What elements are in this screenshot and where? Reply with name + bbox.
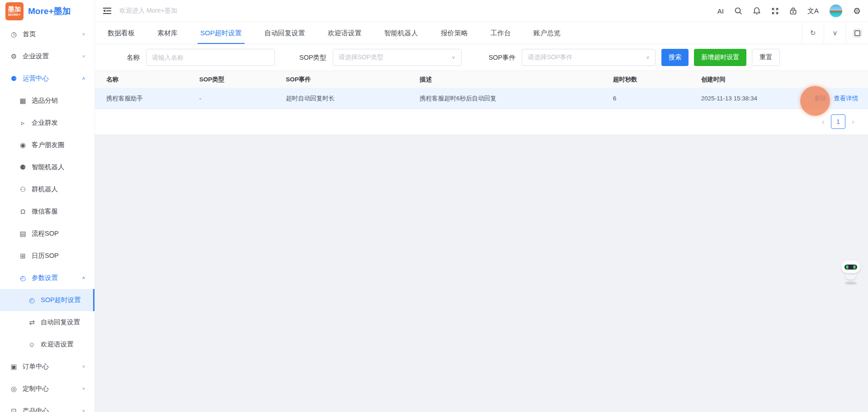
robot-head <box>841 260 860 273</box>
chevron-down-icon: ∨ <box>82 54 85 58</box>
delete-link[interactable]: 删除 <box>814 95 826 102</box>
tab-workbench[interactable]: 工作台 <box>491 22 511 44</box>
avatar[interactable] <box>829 4 843 18</box>
chevron-down-icon: ∨ <box>452 55 456 60</box>
chevron-up-icon: ∧ <box>82 275 85 280</box>
smiley-icon: ☺ <box>28 341 36 348</box>
sidebar-item-product-center[interactable]: ⊡ 产品中心 ∨ <box>0 400 94 412</box>
settings-gear-icon[interactable]: ⚙ <box>853 6 861 16</box>
topbar-icons: AI <box>717 4 861 18</box>
bell-icon[interactable] <box>753 7 761 15</box>
clock-icon: ◴ <box>28 296 36 304</box>
search-button[interactable]: 搜索 <box>661 49 689 66</box>
tab-welcome-message-settings[interactable]: 欢迎语设置 <box>328 22 362 44</box>
cell-description: 携程客服超时6秒后自动回复 <box>420 88 613 109</box>
cell-created-at: 2025-11-13 15:38:34 <box>701 88 798 109</box>
robot-eye <box>846 265 848 269</box>
sop-event-select[interactable]: 请选择SOP事件 ∨ <box>522 49 656 66</box>
prev-page-icon[interactable]: ‹ <box>822 118 825 126</box>
sidebar-collapse-icon[interactable] <box>102 6 112 16</box>
robot-head-icon: ⚇ <box>19 185 27 194</box>
sop-timeout-table: 名称 SOP类型 SOP事件 描述 超时秒数 创建时间 携程客服助手 - <box>95 71 868 109</box>
tab-auto-reply-settings[interactable]: 自动回复设置 <box>264 22 305 44</box>
cell-name: 携程客服助手 <box>95 88 199 109</box>
sop-type-filter-label: SOP类型 <box>299 53 326 62</box>
order-icon: ▣ <box>10 363 18 371</box>
tab-account-overview[interactable]: 账户总览 <box>533 22 561 44</box>
next-page-icon[interactable]: › <box>852 118 854 126</box>
sidebar-item-order-center[interactable]: ▣ 订单中心 ∨ <box>0 355 94 378</box>
chevron-up-icon: ∧ <box>82 76 85 81</box>
translate-icon[interactable]: 文A <box>807 7 819 15</box>
sidebar-item-smart-robot[interactable]: ⚈ 智能机器人 <box>0 156 94 178</box>
brand-header[interactable]: 墨加 MORE+ More+墨加 <box>0 0 94 22</box>
view-detail-link[interactable]: 查看详情 <box>834 95 858 102</box>
app-window: 墨加 MORE+ More+墨加 ◷ 首页 ∨ ⚙ 企业设置 ∨ ⚈ 运营中心 … <box>0 0 868 412</box>
sidebar: 墨加 MORE+ More+墨加 ◷ 首页 ∨ ⚙ 企业设置 ∨ ⚈ 运营中心 … <box>0 0 95 412</box>
sidebar-item-process-sop[interactable]: ▤ 流程SOP <box>0 223 94 245</box>
page-number[interactable]: 1 <box>831 114 845 129</box>
sidebar-item-calendar-sop[interactable]: ⊞ 日历SOP <box>0 245 94 267</box>
robot-eye <box>854 265 855 269</box>
search-icon[interactable] <box>734 7 742 15</box>
ai-button[interactable]: AI <box>717 7 724 15</box>
sidebar-item-operations-center[interactable]: ⚈ 运营中心 ∧ <box>0 67 94 90</box>
topbar: 欢迎进入 More+墨加 AI <box>95 0 868 22</box>
sidebar-item-enterprise-settings[interactable]: ⚙ 企业设置 ∨ <box>0 45 94 67</box>
sidebar-item-group-robot[interactable]: ⚇ 群机器人 <box>0 178 94 200</box>
grid-icon: ▦ <box>19 97 27 105</box>
sidebar-item-mass-messaging[interactable]: ▹ 企业群发 <box>0 112 94 134</box>
tab-quote-strategy[interactable]: 报价策略 <box>441 22 468 44</box>
sidebar-item-product-selection[interactable]: ▦ 选品分销 <box>0 90 94 112</box>
chevron-down-icon: ∨ <box>82 408 85 412</box>
robot-icon: ⚈ <box>10 75 18 83</box>
sidebar-item-customization-center[interactable]: ◎ 定制中心 ∨ <box>0 378 94 400</box>
tab-menu-chevron-icon[interactable]: ∨ <box>824 22 846 44</box>
cell-timeout-seconds: 6 <box>613 88 701 109</box>
tabs: 数据看板 素材库 SOP超时设置 自动回复设置 欢迎语设置 智能机器人 报价策略… <box>95 22 802 44</box>
tab-smart-robot[interactable]: 智能机器人 <box>384 22 418 44</box>
column-header-description: 描述 <box>420 71 613 88</box>
add-timeout-setting-button[interactable]: 新增超时设置 <box>694 49 746 66</box>
refresh-icon[interactable]: ↻ <box>802 22 824 44</box>
reset-button[interactable]: 重置 <box>752 49 780 66</box>
gear-icon: ⚙ <box>10 52 18 61</box>
chevron-down-icon: ∨ <box>82 386 85 391</box>
tab-sop-timeout-settings[interactable]: SOP超时设置 <box>200 22 242 44</box>
column-header-sop-type: SOP类型 <box>199 71 286 88</box>
cell-actions: 删除 查看详情 <box>798 88 868 109</box>
assistant-robot[interactable] <box>838 260 863 284</box>
sidebar-item-parameter-settings[interactable]: ◴ 参数设置 ∧ <box>0 267 94 289</box>
logo-text-en: MORE+ <box>8 13 21 16</box>
sidebar-item-customer-moments[interactable]: ◉ 客户朋友圈 <box>0 134 94 156</box>
maximize-icon[interactable] <box>846 22 868 44</box>
column-header-sop-event: SOP事件 <box>286 71 420 88</box>
logo-text-cn: 墨加 <box>8 6 21 12</box>
sidebar-item-auto-reply-settings[interactable]: ⇄ 自动回复设置 <box>0 311 94 333</box>
sidebar-item-home[interactable]: ◷ 首页 ∨ <box>0 23 94 45</box>
sidebar-item-wechat-service[interactable]: Ω 微信客服 <box>0 200 94 223</box>
calendar-person-icon: ▤ <box>19 230 27 238</box>
brand-name: More+墨加 <box>28 5 71 17</box>
android-icon: ⚈ <box>19 163 27 171</box>
table-row[interactable]: 携程客服助手 - 超时自动回复时长 携程客服超时6秒后自动回复 6 2025-1… <box>95 88 868 109</box>
sidebar-item-welcome-message-settings[interactable]: ☺ 欢迎语设置 <box>0 333 94 355</box>
column-header-timeout-seconds: 超时秒数 <box>613 71 701 88</box>
column-header-actions <box>798 71 868 88</box>
moments-icon: ◉ <box>19 141 27 149</box>
tab-data-dashboard[interactable]: 数据看板 <box>108 22 135 44</box>
table-header-row: 名称 SOP类型 SOP事件 描述 超时秒数 创建时间 <box>95 71 868 88</box>
filter-bar: 名称 SOP类型 请选择SOP类型 ∨ SOP事件 请选择SOP事件 ∨ 搜索 … <box>95 44 868 71</box>
tab-tools: ↻ ∨ <box>802 22 868 44</box>
sop-type-select[interactable]: 请选择SOP类型 ∨ <box>333 49 462 66</box>
package-icon: ⊡ <box>10 407 18 412</box>
tab-material-library[interactable]: 素材库 <box>157 22 178 44</box>
fullscreen-icon[interactable] <box>771 7 779 15</box>
name-filter-input[interactable] <box>146 49 275 66</box>
robot-shadow <box>845 282 857 284</box>
chevron-down-icon: ∨ <box>646 55 650 60</box>
lock-icon[interactable] <box>789 7 797 15</box>
sidebar-item-sop-timeout-settings[interactable]: ◴ SOP超时设置 <box>0 289 94 311</box>
cell-sop-type: - <box>199 88 286 109</box>
main-area: 欢迎进入 More+墨加 AI <box>95 0 868 412</box>
